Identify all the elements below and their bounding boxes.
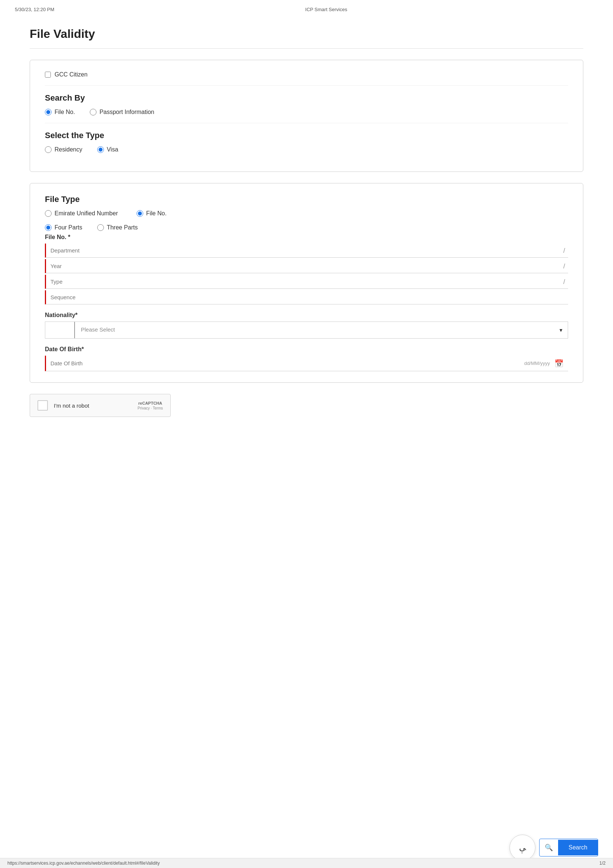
search-by-file-no-label[interactable]: File No. — [54, 109, 75, 115]
sequence-input[interactable] — [45, 290, 568, 304]
logo-symbol: ﯥ — [519, 843, 526, 852]
four-parts-label[interactable]: Four Parts — [54, 224, 82, 231]
type-input[interactable] — [45, 275, 568, 289]
type-residency-radio[interactable] — [45, 146, 51, 153]
bottom-url-bar: https://smartservices.icp.gov.ae/echanne… — [0, 858, 613, 868]
ft-file-no-option[interactable]: File No. — [136, 210, 167, 217]
search-by-passport-option[interactable]: Passport Information — [90, 109, 154, 115]
dob-input-wrapper: dd/MM/yyyy 📅 — [45, 356, 568, 371]
department-input-wrapper: / — [45, 243, 568, 258]
file-type-radio-group: Emirate Unified Number File No. — [45, 210, 568, 217]
search-icon[interactable]: 🔍 — [540, 839, 558, 856]
search-by-heading: Search By — [45, 93, 568, 103]
recaptcha-brand: reCAPTCHA — [138, 401, 162, 405]
file-no-label: File No. * — [45, 234, 568, 240]
file-type-heading: File Type — [45, 195, 568, 204]
department-input[interactable] — [45, 243, 568, 258]
nationality-select-wrapper: Please Select ▼ — [75, 322, 568, 338]
calendar-icon[interactable]: 📅 — [553, 359, 568, 368]
type-slash: / — [563, 278, 565, 286]
type-residency-label[interactable]: Residency — [54, 146, 82, 153]
recaptcha-box: I'm not a robot reCAPTCHA Privacy · Term… — [30, 394, 171, 417]
type-visa-label[interactable]: Visa — [107, 146, 118, 153]
parts-group: Four Parts Three Parts — [45, 224, 568, 231]
emirate-unified-option[interactable]: Emirate Unified Number — [45, 210, 118, 217]
dob-format-hint: dd/MM/yyyy — [524, 361, 550, 366]
department-slash: / — [563, 247, 565, 255]
search-by-passport-label[interactable]: Passport Information — [99, 109, 154, 115]
year-slash: / — [563, 262, 565, 270]
ft-file-no-label[interactable]: File No. — [146, 210, 167, 217]
three-parts-label[interactable]: Three Parts — [107, 224, 138, 231]
site-title: ICP Smart Services — [54, 7, 598, 12]
dob-label: Date Of Birth* — [45, 346, 568, 353]
search-by-group: File No. Passport Information — [45, 109, 568, 115]
type-visa-radio[interactable] — [97, 146, 104, 153]
type-input-wrapper: / — [45, 275, 568, 289]
search-btn-area: 🔍 Search — [539, 839, 598, 857]
search-button[interactable]: Search — [558, 840, 598, 856]
select-type-group: Residency Visa — [45, 146, 568, 153]
three-parts-radio[interactable] — [97, 224, 104, 231]
title-divider — [30, 48, 583, 49]
sub-divider-2 — [45, 123, 568, 123]
emirate-unified-radio[interactable] — [45, 210, 51, 217]
nationality-select[interactable]: Please Select — [75, 322, 568, 337]
page-num: 1/2 — [599, 860, 605, 866]
gcc-citizen-label[interactable]: GCC Citizen — [54, 71, 88, 78]
search-by-file-no-option[interactable]: File No. — [45, 109, 75, 115]
gcc-citizen-checkbox[interactable] — [45, 72, 51, 78]
nationality-flag-box — [45, 322, 75, 338]
nationality-row: Please Select ▼ — [45, 321, 568, 339]
ft-file-no-radio[interactable] — [136, 210, 143, 217]
datetime: 5/30/23, 12:20 PM — [15, 7, 54, 12]
recaptcha-links[interactable]: Privacy · Terms — [138, 406, 163, 410]
year-input[interactable] — [45, 259, 568, 273]
dob-input[interactable] — [46, 356, 524, 371]
four-parts-option[interactable]: Four Parts — [45, 224, 82, 231]
file-no-inputs: / / / — [45, 243, 568, 304]
page-url: https://smartservices.icp.gov.ae/echanne… — [8, 860, 159, 866]
four-parts-radio[interactable] — [45, 224, 51, 231]
nationality-label: Nationality* — [45, 312, 568, 319]
gcc-citizen-row: GCC Citizen — [45, 71, 568, 78]
emirate-unified-label[interactable]: Emirate Unified Number — [54, 210, 118, 217]
search-by-passport-radio[interactable] — [90, 109, 96, 115]
top-bar: 5/30/23, 12:20 PM ICP Smart Services — [0, 0, 613, 16]
type-visa-option[interactable]: Visa — [97, 146, 118, 153]
file-type-card: File Type Emirate Unified Number File No… — [30, 183, 583, 383]
logo-circle: ﯥ — [509, 835, 536, 860]
page-title: File Validity — [30, 27, 583, 41]
page-title-area: File Validity — [0, 16, 613, 48]
select-type-heading: Select the Type — [45, 131, 568, 140]
recaptcha-label: I'm not a robot — [54, 403, 132, 409]
search-options-card: GCC Citizen Search By File No. Passport … — [30, 60, 583, 172]
recaptcha-checkbox[interactable] — [37, 400, 48, 411]
three-parts-option[interactable]: Three Parts — [97, 224, 138, 231]
type-residency-option[interactable]: Residency — [45, 146, 82, 153]
sub-divider-1 — [45, 85, 568, 86]
recaptcha-logo-area: reCAPTCHA Privacy · Terms — [138, 401, 163, 410]
sequence-input-wrapper — [45, 290, 568, 304]
year-input-wrapper: / — [45, 259, 568, 273]
search-by-file-no-radio[interactable] — [45, 109, 51, 115]
